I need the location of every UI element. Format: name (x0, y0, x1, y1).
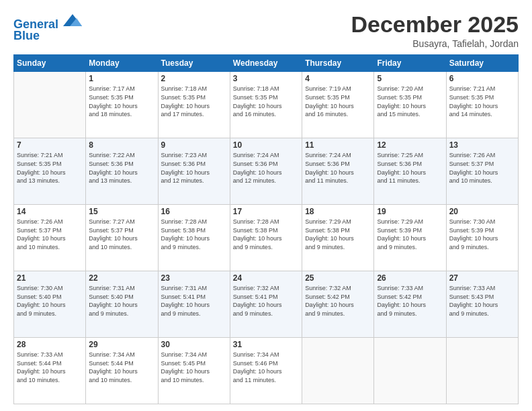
day-info: Sunrise: 7:31 AMSunset: 5:40 PMDaylight:… (89, 284, 154, 318)
table-row (14, 72, 86, 138)
table-row: 17Sunrise: 7:28 AMSunset: 5:38 PMDayligh… (230, 205, 302, 271)
table-row: 7Sunrise: 7:21 AMSunset: 5:35 PMDaylight… (14, 138, 86, 205)
table-row: 13Sunrise: 7:26 AMSunset: 5:37 PMDayligh… (446, 138, 518, 205)
day-number: 14 (17, 207, 83, 216)
day-number: 21 (17, 273, 83, 283)
day-info: Sunrise: 7:17 AMSunset: 5:35 PMDaylight:… (89, 85, 154, 118)
logo-icon (63, 12, 82, 28)
day-number: 28 (17, 340, 83, 349)
day-info: Sunrise: 7:30 AMSunset: 5:40 PMDaylight:… (17, 284, 83, 318)
day-info: Sunrise: 7:28 AMSunset: 5:38 PMDaylight:… (233, 218, 299, 251)
day-number: 3 (233, 74, 299, 83)
header-monday: Monday (86, 55, 158, 72)
table-row: 4Sunrise: 7:19 AMSunset: 5:35 PMDaylight… (302, 72, 374, 138)
table-row: 5Sunrise: 7:20 AMSunset: 5:35 PMDaylight… (374, 72, 446, 138)
day-info: Sunrise: 7:20 AMSunset: 5:35 PMDaylight:… (377, 85, 443, 118)
day-info: Sunrise: 7:32 AMSunset: 5:42 PMDaylight:… (305, 284, 371, 318)
day-info: Sunrise: 7:32 AMSunset: 5:41 PMDaylight:… (233, 284, 299, 318)
table-row: 12Sunrise: 7:25 AMSunset: 5:36 PMDayligh… (374, 138, 446, 205)
day-info: Sunrise: 7:31 AMSunset: 5:41 PMDaylight:… (161, 284, 227, 318)
day-info: Sunrise: 7:30 AMSunset: 5:39 PMDaylight:… (449, 218, 515, 251)
table-row (374, 338, 446, 404)
day-info: Sunrise: 7:26 AMSunset: 5:37 PMDaylight:… (449, 151, 515, 185)
location-subtitle: Busayra, Tafielah, Jordan (351, 38, 519, 49)
table-row: 10Sunrise: 7:24 AMSunset: 5:36 PMDayligh… (230, 138, 302, 205)
day-number: 26 (377, 273, 443, 283)
day-info: Sunrise: 7:24 AMSunset: 5:36 PMDaylight:… (233, 151, 299, 185)
table-row: 25Sunrise: 7:32 AMSunset: 5:42 PMDayligh… (302, 271, 374, 338)
day-info: Sunrise: 7:33 AMSunset: 5:43 PMDaylight:… (449, 284, 515, 318)
day-info: Sunrise: 7:18 AMSunset: 5:35 PMDaylight:… (161, 85, 227, 118)
day-info: Sunrise: 7:33 AMSunset: 5:42 PMDaylight:… (377, 284, 443, 318)
table-row: 29Sunrise: 7:34 AMSunset: 5:44 PMDayligh… (86, 338, 158, 404)
day-number: 5 (377, 74, 443, 83)
logo: General Blue (13, 15, 82, 43)
calendar-week-row: 7Sunrise: 7:21 AMSunset: 5:35 PMDaylight… (14, 138, 519, 205)
day-info: Sunrise: 7:21 AMSunset: 5:35 PMDaylight:… (449, 85, 515, 118)
day-number: 30 (161, 340, 227, 349)
day-info: Sunrise: 7:23 AMSunset: 5:36 PMDaylight:… (161, 151, 227, 185)
table-row: 30Sunrise: 7:34 AMSunset: 5:45 PMDayligh… (158, 338, 230, 404)
calendar-week-row: 14Sunrise: 7:26 AMSunset: 5:37 PMDayligh… (14, 205, 519, 271)
table-row: 22Sunrise: 7:31 AMSunset: 5:40 PMDayligh… (86, 271, 158, 338)
day-number: 25 (305, 273, 371, 283)
table-row: 11Sunrise: 7:24 AMSunset: 5:36 PMDayligh… (302, 138, 374, 205)
header-thursday: Thursday (302, 55, 374, 72)
day-number: 15 (89, 207, 154, 216)
header-saturday: Saturday (446, 55, 518, 72)
table-row: 18Sunrise: 7:29 AMSunset: 5:38 PMDayligh… (302, 205, 374, 271)
day-number: 29 (89, 340, 154, 349)
header-sunday: Sunday (14, 55, 86, 72)
calendar: Sunday Monday Tuesday Wednesday Thursday… (13, 54, 519, 404)
table-row: 2Sunrise: 7:18 AMSunset: 5:35 PMDaylight… (158, 72, 230, 138)
day-number: 7 (17, 140, 83, 150)
table-row: 26Sunrise: 7:33 AMSunset: 5:42 PMDayligh… (374, 271, 446, 338)
day-number: 2 (161, 74, 227, 83)
calendar-week-row: 28Sunrise: 7:33 AMSunset: 5:44 PMDayligh… (14, 338, 519, 404)
table-row: 1Sunrise: 7:17 AMSunset: 5:35 PMDaylight… (86, 72, 158, 138)
table-row (302, 338, 374, 404)
day-info: Sunrise: 7:34 AMSunset: 5:46 PMDaylight:… (233, 351, 299, 384)
day-number: 19 (377, 207, 443, 216)
day-info: Sunrise: 7:25 AMSunset: 5:36 PMDaylight:… (377, 151, 443, 185)
day-info: Sunrise: 7:21 AMSunset: 5:35 PMDaylight:… (17, 151, 83, 185)
table-row: 20Sunrise: 7:30 AMSunset: 5:39 PMDayligh… (446, 205, 518, 271)
day-info: Sunrise: 7:29 AMSunset: 5:38 PMDaylight:… (305, 218, 371, 251)
table-row: 9Sunrise: 7:23 AMSunset: 5:36 PMDaylight… (158, 138, 230, 205)
day-info: Sunrise: 7:33 AMSunset: 5:44 PMDaylight:… (17, 351, 83, 384)
day-number: 8 (89, 140, 154, 150)
day-info: Sunrise: 7:18 AMSunset: 5:35 PMDaylight:… (233, 85, 299, 118)
table-row: 24Sunrise: 7:32 AMSunset: 5:41 PMDayligh… (230, 271, 302, 338)
day-info: Sunrise: 7:29 AMSunset: 5:39 PMDaylight:… (377, 218, 443, 251)
day-number: 10 (233, 140, 299, 150)
day-number: 4 (305, 74, 371, 83)
day-number: 12 (377, 140, 443, 150)
day-number: 31 (233, 340, 299, 349)
table-row: 8Sunrise: 7:22 AMSunset: 5:36 PMDaylight… (86, 138, 158, 205)
day-number: 1 (89, 74, 154, 83)
table-row: 6Sunrise: 7:21 AMSunset: 5:35 PMDaylight… (446, 72, 518, 138)
calendar-week-row: 1Sunrise: 7:17 AMSunset: 5:35 PMDaylight… (14, 72, 519, 138)
day-number: 13 (449, 140, 515, 150)
calendar-header-row: Sunday Monday Tuesday Wednesday Thursday… (14, 55, 519, 72)
table-row: 31Sunrise: 7:34 AMSunset: 5:46 PMDayligh… (230, 338, 302, 404)
day-info: Sunrise: 7:26 AMSunset: 5:37 PMDaylight:… (17, 218, 83, 251)
day-info: Sunrise: 7:34 AMSunset: 5:44 PMDaylight:… (89, 351, 154, 384)
table-row: 23Sunrise: 7:31 AMSunset: 5:41 PMDayligh… (158, 271, 230, 338)
table-row: 27Sunrise: 7:33 AMSunset: 5:43 PMDayligh… (446, 271, 518, 338)
table-row: 28Sunrise: 7:33 AMSunset: 5:44 PMDayligh… (14, 338, 86, 404)
header-wednesday: Wednesday (230, 55, 302, 72)
day-number: 6 (449, 74, 515, 83)
header-friday: Friday (374, 55, 446, 72)
day-info: Sunrise: 7:27 AMSunset: 5:37 PMDaylight:… (89, 218, 154, 251)
day-number: 24 (233, 273, 299, 283)
day-number: 27 (449, 273, 515, 283)
day-number: 11 (305, 140, 371, 150)
table-row: 19Sunrise: 7:29 AMSunset: 5:39 PMDayligh… (374, 205, 446, 271)
day-number: 9 (161, 140, 227, 150)
day-info: Sunrise: 7:22 AMSunset: 5:36 PMDaylight:… (89, 151, 154, 185)
table-row: 3Sunrise: 7:18 AMSunset: 5:35 PMDaylight… (230, 72, 302, 138)
table-row: 21Sunrise: 7:30 AMSunset: 5:40 PMDayligh… (14, 271, 86, 338)
day-number: 23 (161, 273, 227, 283)
header-tuesday: Tuesday (158, 55, 230, 72)
